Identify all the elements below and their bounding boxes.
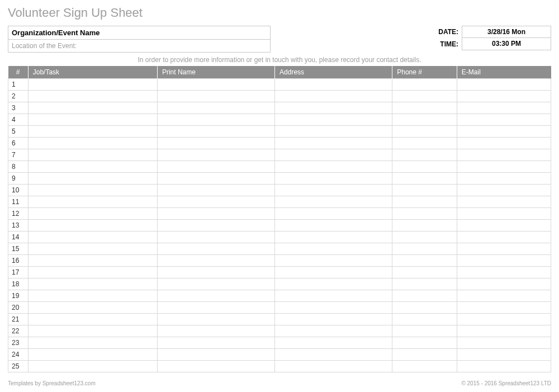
date-value[interactable]: 3/28/16 Mon [462, 26, 551, 38]
cell-job[interactable] [28, 290, 157, 302]
cell-job[interactable] [28, 173, 157, 185]
cell-phone[interactable] [392, 314, 457, 325]
cell-address[interactable] [275, 173, 392, 185]
cell-name[interactable] [157, 361, 274, 372]
cell-job[interactable] [28, 349, 157, 361]
cell-name[interactable] [157, 243, 274, 255]
cell-name[interactable] [157, 161, 274, 173]
cell-job[interactable] [28, 79, 157, 91]
cell-phone[interactable] [392, 255, 457, 267]
cell-name[interactable] [157, 173, 274, 185]
cell-email[interactable] [457, 290, 551, 302]
cell-address[interactable] [275, 102, 392, 114]
cell-name[interactable] [157, 302, 274, 314]
cell-address[interactable] [275, 220, 392, 232]
cell-address[interactable] [275, 161, 392, 173]
cell-job[interactable] [28, 138, 157, 149]
cell-email[interactable] [457, 337, 551, 349]
cell-address[interactable] [275, 267, 392, 278]
cell-job[interactable] [28, 255, 157, 267]
cell-address[interactable] [275, 278, 392, 290]
cell-name[interactable] [157, 126, 274, 138]
cell-email[interactable] [457, 243, 551, 255]
cell-email[interactable] [457, 325, 551, 337]
cell-job[interactable] [28, 243, 157, 255]
cell-phone[interactable] [392, 173, 457, 185]
time-value[interactable]: 03:30 PM [462, 38, 551, 50]
cell-name[interactable] [157, 255, 274, 267]
cell-name[interactable] [157, 79, 274, 91]
cell-phone[interactable] [392, 361, 457, 372]
cell-phone[interactable] [392, 243, 457, 255]
cell-job[interactable] [28, 208, 157, 220]
cell-phone[interactable] [392, 91, 457, 102]
cell-phone[interactable] [392, 126, 457, 138]
cell-job[interactable] [28, 220, 157, 232]
cell-phone[interactable] [392, 149, 457, 161]
cell-job[interactable] [28, 91, 157, 102]
cell-phone[interactable] [392, 161, 457, 173]
cell-address[interactable] [275, 185, 392, 196]
cell-email[interactable] [457, 185, 551, 196]
cell-phone[interactable] [392, 79, 457, 91]
cell-address[interactable] [275, 126, 392, 138]
cell-address[interactable] [275, 91, 392, 102]
cell-name[interactable] [157, 114, 274, 126]
cell-address[interactable] [275, 349, 392, 361]
cell-phone[interactable] [392, 102, 457, 114]
cell-job[interactable] [28, 232, 157, 243]
cell-job[interactable] [28, 302, 157, 314]
cell-job[interactable] [28, 196, 157, 208]
cell-job[interactable] [28, 114, 157, 126]
cell-email[interactable] [457, 349, 551, 361]
cell-job[interactable] [28, 325, 157, 337]
cell-email[interactable] [457, 91, 551, 102]
cell-name[interactable] [157, 185, 274, 196]
cell-email[interactable] [457, 196, 551, 208]
cell-name[interactable] [157, 232, 274, 243]
cell-email[interactable] [457, 220, 551, 232]
cell-name[interactable] [157, 149, 274, 161]
cell-address[interactable] [275, 149, 392, 161]
cell-email[interactable] [457, 302, 551, 314]
cell-email[interactable] [457, 161, 551, 173]
cell-phone[interactable] [392, 349, 457, 361]
cell-address[interactable] [275, 302, 392, 314]
cell-phone[interactable] [392, 185, 457, 196]
cell-phone[interactable] [392, 267, 457, 278]
cell-address[interactable] [275, 337, 392, 349]
cell-job[interactable] [28, 102, 157, 114]
cell-job[interactable] [28, 314, 157, 325]
cell-email[interactable] [457, 102, 551, 114]
cell-phone[interactable] [392, 196, 457, 208]
cell-address[interactable] [275, 314, 392, 325]
cell-name[interactable] [157, 208, 274, 220]
cell-phone[interactable] [392, 114, 457, 126]
cell-name[interactable] [157, 138, 274, 149]
cell-job[interactable] [28, 361, 157, 372]
cell-name[interactable] [157, 102, 274, 114]
cell-address[interactable] [275, 232, 392, 243]
cell-name[interactable] [157, 290, 274, 302]
cell-email[interactable] [457, 278, 551, 290]
cell-email[interactable] [457, 149, 551, 161]
cell-phone[interactable] [392, 138, 457, 149]
cell-address[interactable] [275, 114, 392, 126]
cell-phone[interactable] [392, 337, 457, 349]
cell-email[interactable] [457, 126, 551, 138]
cell-address[interactable] [275, 243, 392, 255]
cell-email[interactable] [457, 361, 551, 372]
cell-address[interactable] [275, 361, 392, 372]
cell-job[interactable] [28, 278, 157, 290]
cell-job[interactable] [28, 185, 157, 196]
cell-phone[interactable] [392, 290, 457, 302]
cell-job[interactable] [28, 337, 157, 349]
cell-email[interactable] [457, 255, 551, 267]
cell-name[interactable] [157, 220, 274, 232]
cell-email[interactable] [457, 79, 551, 91]
cell-job[interactable] [28, 267, 157, 278]
cell-address[interactable] [275, 255, 392, 267]
cell-job[interactable] [28, 126, 157, 138]
organization-name-field[interactable]: Organization/Event Name [8, 26, 271, 40]
cell-email[interactable] [457, 232, 551, 243]
